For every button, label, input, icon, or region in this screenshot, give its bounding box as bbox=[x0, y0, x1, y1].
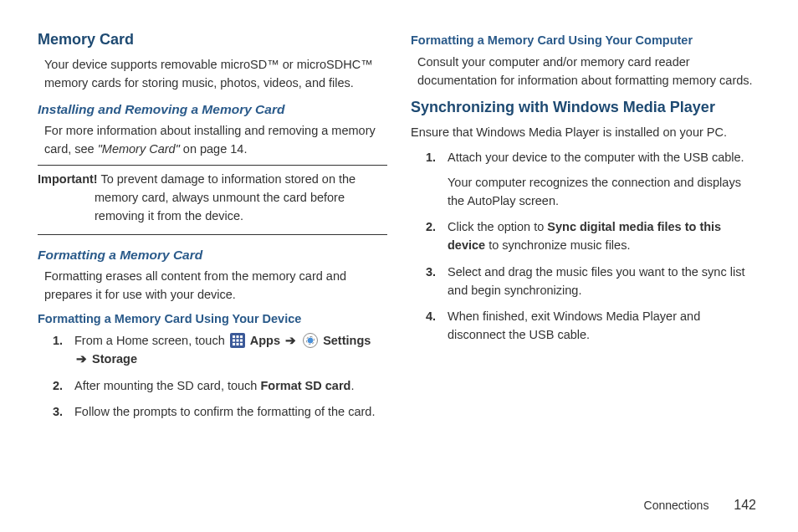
settings-label: Settings bbox=[323, 334, 371, 347]
important-label: Important! bbox=[38, 172, 98, 186]
heading-memory-card: Memory Card bbox=[38, 28, 387, 51]
step-num: 4. bbox=[426, 308, 436, 326]
step-num: 1. bbox=[53, 332, 63, 350]
step-4: 4. When finished, exit Windows Media Pla… bbox=[426, 308, 760, 345]
step-num: 2. bbox=[53, 377, 63, 396]
installing-text: For more information about installing an… bbox=[44, 122, 387, 159]
format-computer-text: Consult your computer and/or memory card… bbox=[417, 54, 760, 90]
step-text-b: . bbox=[350, 379, 354, 392]
heading-format-computer: Formatting a Memory Card Using Your Comp… bbox=[411, 32, 760, 50]
step-text: Select and drag the music files you want… bbox=[448, 265, 744, 297]
svg-rect-2 bbox=[240, 335, 243, 338]
step-1: 1. Attach your device to the computer wi… bbox=[426, 149, 760, 210]
install-text-b: on page 14. bbox=[180, 142, 248, 156]
format-device-steps: 1. From a Home screen, touch Apps ➔ Sett… bbox=[53, 332, 387, 422]
svg-rect-0 bbox=[233, 335, 235, 338]
svg-rect-3 bbox=[233, 340, 235, 342]
apps-icon bbox=[230, 333, 245, 348]
svg-rect-6 bbox=[233, 343, 235, 345]
heading-formatting: Formatting a Memory Card bbox=[38, 245, 387, 264]
important-paragraph: Important! To prevent damage to informat… bbox=[38, 171, 387, 225]
memory-card-intro: Your device supports removable microSD™ … bbox=[44, 56, 387, 93]
apps-label: Apps bbox=[250, 334, 284, 347]
storage-label: Storage bbox=[89, 352, 137, 366]
svg-rect-8 bbox=[240, 343, 243, 345]
arrow-icon: ➔ bbox=[76, 352, 87, 366]
svg-rect-7 bbox=[236, 343, 238, 345]
step-text-b: Your computer recognizes the connection … bbox=[448, 176, 741, 207]
step-3: 3. Select and drag the music files you w… bbox=[426, 263, 760, 300]
heading-synchronizing: Synchronizing with Windows Media Player bbox=[411, 96, 760, 119]
step-num: 3. bbox=[426, 263, 436, 282]
step-num: 3. bbox=[53, 403, 63, 422]
left-column: Memory Card Your device supports removab… bbox=[38, 28, 387, 430]
footer-section: Connections bbox=[644, 499, 709, 512]
sync-intro: Ensure that Windows Media Player is inst… bbox=[411, 124, 760, 142]
step-num: 1. bbox=[426, 149, 436, 167]
step-text-a: Attach your device to the computer with … bbox=[448, 151, 744, 164]
step-3: 3. Follow the prompts to confirm the for… bbox=[53, 403, 387, 422]
heading-format-device: Formatting a Memory Card Using Your Devi… bbox=[38, 310, 387, 329]
step-1: 1. From a Home screen, touch Apps ➔ Sett… bbox=[53, 332, 387, 369]
arrow-icon: ➔ bbox=[285, 334, 296, 347]
page-number: 142 bbox=[734, 498, 756, 512]
step-text: After mounting the SD card, touch bbox=[74, 379, 260, 392]
step-2: 2. Click the option to Sync digital medi… bbox=[426, 218, 760, 255]
important-text: To prevent damage to information stored … bbox=[95, 172, 356, 223]
sync-steps: 1. Attach your device to the computer wi… bbox=[426, 149, 760, 345]
step-text: From a Home screen, touch bbox=[74, 334, 228, 347]
step-text: When finished, exit Windows Media Player… bbox=[448, 309, 700, 341]
step-text: Follow the prompts to confirm the format… bbox=[74, 405, 375, 418]
step-text-a: Click the option to bbox=[448, 220, 547, 233]
svg-rect-1 bbox=[236, 335, 238, 338]
format-sd-label: Format SD card bbox=[260, 379, 350, 392]
important-callout: Important! To prevent damage to informat… bbox=[38, 165, 387, 234]
step-num: 2. bbox=[426, 218, 436, 237]
step-text-c: to synchronize music files. bbox=[485, 238, 630, 252]
content-columns: Memory Card Your device supports removab… bbox=[38, 28, 760, 430]
install-ref: "Memory Card" bbox=[98, 142, 180, 156]
page-footer: Connections 142 bbox=[644, 495, 756, 515]
step-2: 2. After mounting the SD card, touch For… bbox=[53, 377, 387, 396]
settings-icon bbox=[303, 333, 318, 348]
right-column: Formatting a Memory Card Using Your Comp… bbox=[411, 28, 760, 430]
svg-rect-5 bbox=[240, 340, 243, 342]
svg-rect-4 bbox=[236, 340, 238, 342]
formatting-intro: Formatting erases all content from the m… bbox=[44, 268, 387, 304]
heading-installing: Installing and Removing a Memory Card bbox=[38, 100, 387, 119]
